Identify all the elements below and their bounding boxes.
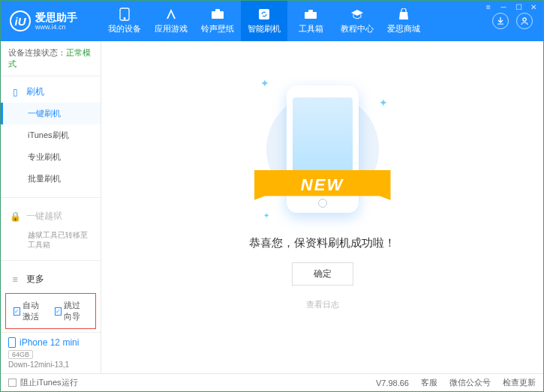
- svg-point-7: [523, 18, 526, 21]
- checkbox-block-itunes[interactable]: 阻止iTunes运行: [8, 377, 78, 388]
- checkbox-icon: ✓: [55, 307, 62, 316]
- logo-icon: iU: [10, 10, 31, 31]
- maximize-icon[interactable]: ☐: [513, 2, 524, 11]
- graduation-icon: [350, 7, 364, 21]
- user-button[interactable]: [516, 13, 533, 29]
- nav-label: 教程中心: [341, 23, 374, 34]
- success-illustration: ✦ ✦ ✦ NEW: [274, 82, 371, 217]
- nav-smart-flash[interactable]: 智能刷机: [241, 1, 287, 41]
- lock-icon: 🔒: [10, 211, 20, 222]
- minimize-icon[interactable]: ─: [498, 2, 509, 11]
- ok-button[interactable]: 确定: [292, 262, 353, 286]
- wechat-link[interactable]: 微信公众号: [449, 377, 491, 388]
- checkbox-icon: ✓: [14, 307, 20, 316]
- chk-label: 跳过向导: [64, 300, 89, 322]
- app-icon: [164, 7, 178, 21]
- sidebar-section-flash[interactable]: ▯ 刷机: [1, 81, 101, 103]
- nav-store[interactable]: 爱思商城: [380, 1, 427, 41]
- device-block[interactable]: iPhone 12 mini 64GB Down-12mini-13,1: [1, 332, 101, 373]
- briefcase-icon: [211, 7, 224, 21]
- version-label: V7.98.66: [376, 379, 409, 388]
- sidebar: 设备连接状态：正常模式 ▯ 刷机 一键刷机 iTunes刷机 专业刷机 批量刷机…: [1, 41, 101, 373]
- connection-status: 设备连接状态：正常模式: [1, 41, 101, 76]
- logo-area: iU 爱思助手 www.i4.cn: [1, 10, 101, 31]
- device-identifier: Down-12mini-13,1: [8, 361, 93, 369]
- refresh-icon: [257, 7, 271, 21]
- svg-point-1: [124, 18, 125, 19]
- nav-toolbox[interactable]: 工具箱: [287, 1, 334, 41]
- section-label: 刷机: [26, 85, 44, 98]
- svg-rect-5: [305, 12, 317, 19]
- sidebar-section-jailbreak: 🔒 一键越狱: [1, 205, 101, 227]
- app-url: www.i4.cn: [35, 23, 77, 31]
- checkbox-icon: [8, 379, 17, 387]
- jailbreak-note: 越狱工具已转移至工具箱: [1, 227, 101, 253]
- phone-icon: ▯: [10, 87, 20, 97]
- toolbox-icon: [304, 7, 317, 21]
- checkbox-skip-guide[interactable]: ✓ 跳过向导: [55, 300, 89, 322]
- menu-icon: ≡: [10, 274, 20, 285]
- device-name: iPhone 12 mini: [8, 337, 93, 348]
- nav-my-device[interactable]: 我的设备: [101, 1, 148, 41]
- section-label: 更多: [26, 273, 44, 286]
- bag-icon: [397, 7, 410, 21]
- sidebar-item-oneclick-flash[interactable]: 一键刷机: [1, 103, 101, 124]
- app-title: 爱思助手: [35, 11, 77, 23]
- footer: 阻止iTunes运行 V7.98.66 客服 微信公众号 检查更新: [1, 373, 543, 391]
- success-message: 恭喜您，保资料刷机成功啦！: [249, 236, 395, 250]
- nav-label: 我的设备: [108, 23, 141, 34]
- svg-rect-2: [212, 11, 224, 19]
- nav-apps-games[interactable]: 应用游戏: [148, 1, 194, 41]
- nav-label: 铃声壁纸: [201, 23, 234, 34]
- options-checkbox-row: ✓ 自动激活 ✓ 跳过向导: [5, 293, 96, 329]
- header-right: [482, 13, 543, 29]
- phone-icon: [118, 7, 131, 21]
- chk-label: 阻止iTunes运行: [20, 377, 78, 388]
- nav-label: 应用游戏: [155, 23, 188, 34]
- window-controls: ≡ ─ ☐ ✕: [483, 2, 539, 11]
- main-content: ✦ ✦ ✦ NEW 恭喜您，保资料刷机成功啦！ 确定 查看日志: [101, 41, 543, 373]
- app-header: ≡ ─ ☐ ✕ iU 爱思助手 www.i4.cn 我的设备 应用游戏 铃声壁纸…: [1, 1, 543, 41]
- sidebar-item-batch-flash[interactable]: 批量刷机: [1, 168, 101, 190]
- section-label: 一键越狱: [26, 210, 62, 223]
- svg-rect-4: [259, 9, 269, 19]
- new-banner: NEW: [254, 170, 391, 200]
- device-icon: [8, 337, 16, 348]
- download-button[interactable]: [492, 13, 509, 29]
- nav-tutorials[interactable]: 教程中心: [334, 1, 380, 41]
- nav-label: 爱思商城: [387, 23, 420, 34]
- top-nav: 我的设备 应用游戏 铃声壁纸 智能刷机 工具箱 教程中心 爱思商城: [101, 1, 482, 41]
- checkbox-auto-activate[interactable]: ✓ 自动激活: [14, 300, 47, 322]
- sidebar-section-more[interactable]: ≡ 更多: [1, 268, 101, 290]
- sidebar-item-itunes-flash[interactable]: iTunes刷机: [1, 124, 101, 146]
- nav-ringtone-wallpaper[interactable]: 铃声壁纸: [194, 1, 241, 41]
- support-link[interactable]: 客服: [421, 377, 437, 388]
- svg-rect-3: [215, 9, 220, 12]
- status-label: 设备连接状态：: [8, 48, 66, 57]
- check-update-link[interactable]: 检查更新: [503, 377, 536, 388]
- view-log-link[interactable]: 查看日志: [306, 299, 339, 310]
- chk-label: 自动激活: [23, 300, 47, 322]
- sidebar-item-pro-flash[interactable]: 专业刷机: [1, 146, 101, 168]
- close-icon[interactable]: ✕: [528, 2, 539, 11]
- svg-rect-6: [308, 10, 313, 13]
- storage-badge: 64GB: [8, 350, 33, 359]
- menu-icon[interactable]: ≡: [483, 2, 494, 11]
- nav-label: 智能刷机: [248, 23, 281, 34]
- nav-label: 工具箱: [299, 23, 323, 34]
